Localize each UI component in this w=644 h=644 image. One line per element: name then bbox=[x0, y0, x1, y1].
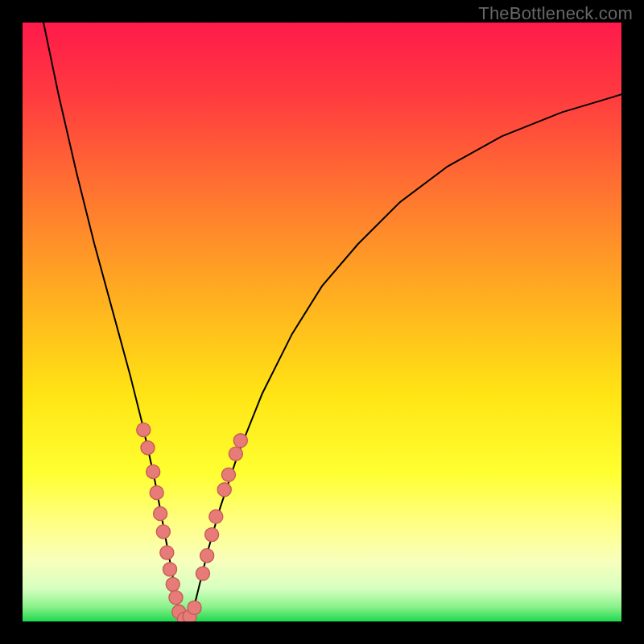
highlight-dot bbox=[233, 434, 247, 448]
highlight-dot bbox=[209, 510, 223, 523]
watermark-text: TheBottleneck.com bbox=[478, 3, 633, 24]
highlight-dot bbox=[150, 485, 163, 499]
highlight-dot bbox=[160, 546, 174, 559]
highlight-dot bbox=[154, 507, 167, 521]
highlight-dot bbox=[169, 591, 183, 605]
highlight-dot bbox=[166, 577, 180, 591]
highlight-dot bbox=[221, 468, 235, 481]
highlight-dot bbox=[163, 563, 176, 576]
highlight-dot bbox=[217, 483, 231, 497]
highlight-dot bbox=[141, 441, 155, 455]
chart-stage: TheBottleneck.com bbox=[0, 0, 644, 644]
highlight-dot bbox=[205, 528, 219, 542]
plot-frame bbox=[23, 23, 621, 621]
highlight-dots bbox=[23, 23, 621, 621]
highlight-dot bbox=[188, 601, 201, 614]
highlight-dot bbox=[229, 447, 242, 460]
highlight-dot bbox=[196, 567, 209, 580]
highlight-dot bbox=[200, 549, 214, 563]
highlight-dot bbox=[137, 423, 151, 436]
highlight-dot bbox=[147, 464, 160, 478]
plot-area bbox=[23, 23, 621, 621]
highlight-dot bbox=[156, 525, 170, 539]
